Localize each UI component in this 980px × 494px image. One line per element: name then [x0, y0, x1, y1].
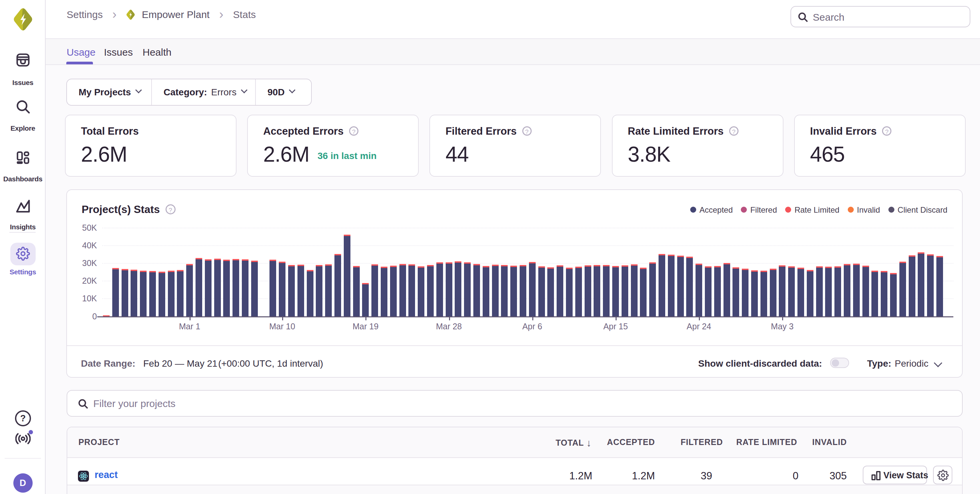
- svg-text:?: ?: [20, 413, 25, 423]
